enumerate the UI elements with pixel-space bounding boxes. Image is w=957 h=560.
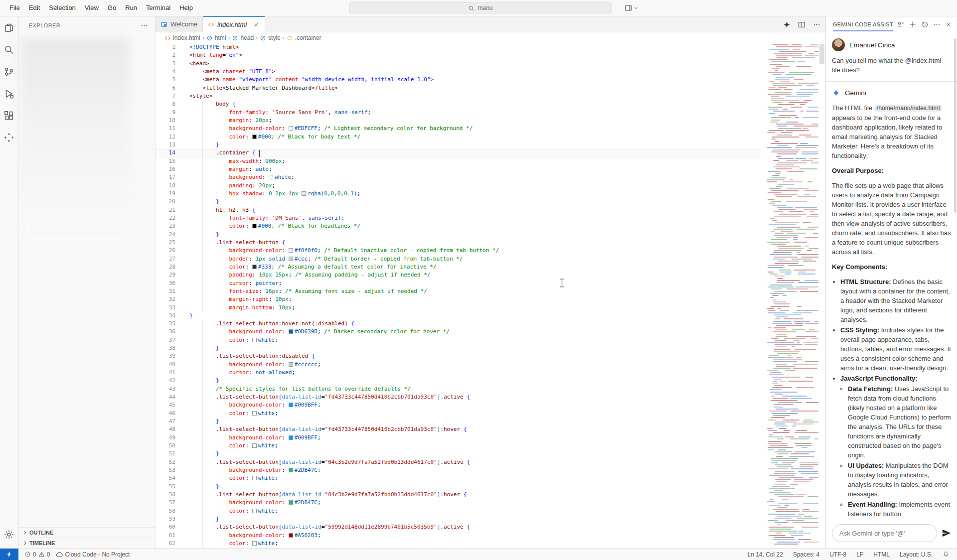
settings-icon[interactable] bbox=[3, 529, 15, 541]
line-number: 27 bbox=[156, 255, 175, 263]
line-number: 45 bbox=[156, 401, 175, 409]
source-control-icon[interactable] bbox=[3, 66, 15, 78]
minimap[interactable] bbox=[765, 43, 818, 548]
section-label: OUTLINE bbox=[29, 530, 53, 536]
title-bar: FileEditSelectionViewGoRunTerminalHelp m… bbox=[0, 0, 957, 16]
line-number: 57 bbox=[156, 499, 175, 507]
explorer-icon[interactable] bbox=[3, 22, 15, 34]
code-editor[interactable]: 1<!DOCTYPE html>2<html lang="en">3<head>… bbox=[156, 43, 825, 548]
line-number: 12 bbox=[156, 133, 175, 141]
status-lf[interactable]: LF bbox=[853, 551, 866, 558]
sidebar-section-timeline[interactable]: TIMELINE bbox=[19, 538, 155, 548]
response-intro: The HTML file /home/manu/index.html appe… bbox=[832, 103, 951, 160]
remote-indicator[interactable] bbox=[0, 549, 18, 560]
gemini-icon[interactable] bbox=[3, 132, 15, 144]
send-icon[interactable] bbox=[941, 528, 952, 539]
status-ln-14-col-22[interactable]: Ln 14, Col 22 bbox=[745, 551, 786, 558]
cloud-icon bbox=[56, 551, 63, 558]
code-line: 42} bbox=[156, 377, 761, 385]
sub-bullet-item: Data Fetching: Uses JavaScript to fetch … bbox=[848, 384, 951, 460]
tab-index-html[interactable]: index.html bbox=[203, 16, 265, 32]
menu-terminal[interactable]: Terminal bbox=[142, 0, 175, 16]
code-line: 39.list-select-button:disabled { bbox=[156, 352, 761, 360]
status-spaces[interactable]: Spaces: 4 bbox=[790, 551, 822, 558]
extensions-icon[interactable] bbox=[3, 110, 15, 122]
line-number: 31 bbox=[156, 287, 175, 295]
menu-help[interactable]: Help bbox=[175, 0, 197, 16]
menu-file[interactable]: File bbox=[5, 0, 24, 16]
breadcrumb-item[interactable]: head bbox=[232, 34, 254, 41]
new-chat-icon[interactable] bbox=[909, 20, 917, 28]
breadcrumb: index.html›html›head›style›.container bbox=[156, 32, 825, 43]
code-line: 54color: white; bbox=[156, 474, 761, 482]
code-line: 1<!DOCTYPE html> bbox=[156, 43, 761, 51]
search-icon[interactable] bbox=[3, 44, 15, 56]
breadcrumb-label: index.html bbox=[173, 34, 200, 41]
more-actions-icon[interactable] bbox=[933, 21, 941, 28]
code-line: 34} bbox=[156, 312, 761, 320]
menu-run[interactable]: Run bbox=[121, 0, 142, 16]
line-number: 37 bbox=[156, 336, 175, 344]
code-line: 8body { bbox=[156, 100, 761, 108]
close-icon[interactable] bbox=[945, 21, 952, 28]
file-path-chip[interactable]: /home/manu/index.html bbox=[874, 105, 943, 112]
status-html[interactable]: HTML bbox=[870, 551, 893, 558]
gemini-chat-input[interactable] bbox=[832, 524, 937, 542]
customize-layout-icon[interactable] bbox=[625, 4, 633, 12]
command-center-search[interactable]: manu bbox=[349, 2, 612, 13]
run-debug-icon[interactable] bbox=[3, 88, 15, 100]
line-number: 48 bbox=[156, 425, 175, 433]
breadcrumb-item[interactable]: .container bbox=[287, 34, 321, 41]
code-line: 49background-color: #009BFF; bbox=[156, 434, 761, 442]
color-swatch bbox=[289, 403, 293, 407]
panel-scrollbar[interactable] bbox=[954, 38, 957, 213]
history-icon[interactable] bbox=[921, 21, 929, 28]
more-actions-icon[interactable] bbox=[141, 22, 148, 29]
notifications-bell-icon[interactable] bbox=[940, 551, 952, 558]
gemini-sparkle-icon[interactable] bbox=[783, 21, 791, 28]
code-line: 46color: white; bbox=[156, 410, 761, 418]
editor-scrollbar[interactable] bbox=[818, 43, 825, 548]
menu-view[interactable]: View bbox=[80, 0, 103, 16]
line-content: color: white; bbox=[189, 442, 278, 450]
cloud-code-status[interactable]: Cloud Code - No Project bbox=[53, 551, 133, 558]
code-line: 45background-color: #009BFF; bbox=[156, 401, 761, 409]
chevron-down-icon[interactable] bbox=[634, 5, 638, 10]
line-content: background-color: #009BFF; bbox=[189, 401, 321, 409]
line-content: <meta charset="UTF-8"> bbox=[189, 68, 275, 76]
sidebar-section-outline[interactable]: OUTLINE bbox=[19, 527, 155, 538]
close-icon[interactable] bbox=[253, 21, 260, 28]
line-number: 56 bbox=[156, 491, 175, 499]
line-number: 6 bbox=[156, 84, 175, 92]
breadcrumb-item[interactable]: index.html bbox=[164, 34, 200, 41]
code-line: 48.list-select-button[data-list-id="fd43… bbox=[156, 425, 761, 433]
activity-bar bbox=[0, 16, 19, 548]
line-number: 44 bbox=[156, 393, 175, 401]
code-line: 62color: white; bbox=[156, 540, 761, 548]
breadcrumb-item[interactable]: style bbox=[260, 34, 281, 41]
status-utf-8[interactable]: UTF-8 bbox=[826, 551, 849, 558]
feedback-icon[interactable] bbox=[897, 21, 904, 28]
line-number: 9 bbox=[156, 109, 175, 117]
sym-icon bbox=[232, 35, 238, 41]
line-number: 35 bbox=[156, 320, 175, 328]
problems-indicator[interactable]: 0 0 bbox=[21, 551, 53, 558]
split-editor-icon[interactable] bbox=[798, 21, 805, 28]
status-layout[interactable]: Layout: U.S. bbox=[897, 551, 936, 558]
menu-edit[interactable]: Edit bbox=[24, 0, 44, 16]
line-number: 22 bbox=[156, 214, 175, 222]
line-content: font-family: 'DM Sans', sans-serif; bbox=[189, 214, 344, 222]
menu-go[interactable]: Go bbox=[103, 0, 121, 16]
breadcrumb-item[interactable]: html bbox=[206, 34, 226, 41]
more-actions-icon[interactable] bbox=[813, 21, 820, 28]
line-content: .list-select-button[data-list-id="fd4373… bbox=[189, 393, 470, 401]
menu-selection[interactable]: Selection bbox=[44, 0, 80, 16]
code-line: 22font-family: 'DM Sans', sans-serif; bbox=[156, 214, 761, 222]
line-content: background-color: #0D639B; /* Darker sec… bbox=[189, 328, 450, 336]
editor-group: Welcomeindex.html index.html›html›head›s… bbox=[156, 16, 825, 548]
line-number: 53 bbox=[156, 466, 175, 474]
tab-welcome[interactable]: Welcome bbox=[156, 16, 203, 32]
response-bullets: HTML Structure: Defines the basic layout… bbox=[832, 277, 951, 519]
line-number: 11 bbox=[156, 125, 175, 133]
line-content: .list-select-button:disabled { bbox=[189, 352, 315, 360]
